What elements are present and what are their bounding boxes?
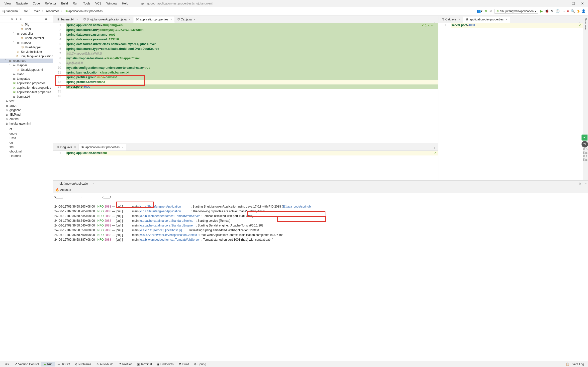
tool-window-button[interactable]: ⏱Profiler — [116, 362, 134, 367]
tree-node[interactable]: 🖿templates — [0, 76, 53, 81]
actuator-label[interactable]: Actuator — [60, 188, 71, 192]
code-line[interactable]: spring.profiles.group.haha=dev,test — [66, 75, 438, 80]
tool-window-button[interactable]: ⚒Build — [176, 362, 192, 367]
run-tab-app[interactable]: hujufangwenApplication — [55, 181, 92, 186]
tree-node[interactable]: ˅🖿mapper — [0, 63, 53, 68]
menu-code[interactable]: Code — [30, 1, 42, 6]
code-line[interactable] — [66, 94, 438, 99]
code-line[interactable]: spring.datasource.driver-class-name=com.… — [66, 42, 438, 47]
tree-node[interactable]: 🗎IELP.md — [0, 112, 53, 117]
tree-node[interactable]: 🗎om.xml — [0, 117, 53, 121]
tree-node[interactable]: 🗎hujufangwen.iml — [0, 121, 53, 126]
code-line[interactable]: spring.datasource.type=com.alibaba.druid… — [66, 47, 438, 51]
hammer-icon[interactable]: ⚒ — [485, 9, 488, 13]
code-line[interactable]: spring.banner.location=classpath:banner.… — [66, 70, 438, 75]
tree-node[interactable]: ©ShujufangwenApplication — [0, 54, 53, 59]
tree-node[interactable]: ©User — [0, 27, 53, 31]
tree-node[interactable]: gnore — [0, 131, 53, 136]
tree-node[interactable]: 🗎banner.txt — [0, 94, 53, 99]
menu-navigate[interactable]: Navigate — [13, 1, 30, 6]
run-icon[interactable]: ▶ — [540, 9, 543, 13]
close-icon[interactable]: × — [129, 18, 130, 21]
crumb-src[interactable]: src — [24, 9, 28, 13]
back-arrow-icon[interactable]: ↩ — [490, 9, 492, 13]
tree-node[interactable]: gboot.iml — [0, 149, 53, 154]
gear-icon[interactable]: ⚙ — [579, 182, 583, 185]
menu-run[interactable]: Run — [70, 1, 81, 6]
code-line[interactable] — [66, 89, 438, 94]
editor-tab[interactable]: ©Cat.java× — [439, 16, 463, 23]
crumb-main[interactable]: main — [34, 9, 40, 13]
tab-more-icon[interactable]: ⋮ — [576, 19, 583, 23]
code-line[interactable]: spring.profiles.active=haha — [66, 80, 438, 84]
side-tab-database[interactable]: Database — [584, 16, 588, 31]
tree-nav-icon[interactable]: ↔ — [2, 17, 5, 21]
code-line[interactable]: server.port=1001 — [451, 23, 583, 28]
menu-refactor[interactable]: Refactor — [42, 1, 59, 6]
shield-icon[interactable]: ✔ — [582, 135, 588, 141]
tree-node[interactable]: og — [0, 140, 53, 145]
tree-node[interactable]: ˅🖿resources — [0, 59, 53, 63]
tree-node[interactable]: ◇UserMapper.xml — [0, 68, 53, 72]
tool-window-button[interactable]: ❉Spring — [192, 362, 209, 367]
stop-icon[interactable]: ■ — [567, 9, 569, 13]
menu-vcs[interactable]: VCS — [93, 1, 104, 6]
tree-node[interactable]: ⌘application-dev.properties — [0, 85, 53, 90]
close-icon[interactable]: × — [505, 18, 507, 21]
crumb-project[interactable]: ujufangwen — [2, 9, 18, 13]
editor-tab[interactable]: ©ShujufangwenApplication.java× — [81, 16, 133, 23]
tree-node[interactable]: ⌘application-test.properties — [0, 90, 53, 94]
tab-more-icon[interactable]: ⋮ — [431, 147, 438, 150]
tool-window-button[interactable]: ▶Run — [41, 362, 55, 367]
tool-window-button[interactable]: ⊘Problems — [73, 362, 94, 367]
crumb-resources[interactable]: resources — [46, 9, 59, 13]
tree-node[interactable]: ⒾUserMapper — [0, 45, 53, 50]
tree-node[interactable]: ©UserController — [0, 36, 53, 40]
window-restore-icon[interactable]: ☐ — [572, 1, 575, 5]
code-line[interactable]: mybatis.mapper-locations=classpath:/mapp… — [66, 56, 438, 61]
tree-node[interactable]: 🖿static — [0, 72, 53, 76]
menu-help[interactable]: Help — [119, 1, 131, 6]
tree-hide-icon[interactable]: − — [49, 17, 51, 21]
user-icon[interactable]: 👥▾ — [477, 9, 483, 13]
profile-icon[interactable]: 🕘 — [556, 9, 560, 13]
run-console[interactable]: \/____/ ∼∼ \/____/ 24-06-12T09:36:58.263… — [53, 193, 588, 361]
project-tree[interactable]: ↔ − ⥮ ⤓ ≡ ⚙ − ©Pig©User˅🖿controller©User… — [0, 15, 53, 361]
code-line[interactable]: #参数项调整 — [66, 61, 438, 66]
window-close-icon[interactable]: ✕ — [581, 1, 584, 5]
avatar-icon[interactable]: 👤 — [582, 9, 586, 13]
tree-scroll-icon[interactable]: ⤓ — [15, 17, 18, 21]
editor-tab[interactable]: ©Cat.java× — [175, 16, 198, 23]
tree-node[interactable]: ˅🖿controller — [0, 31, 53, 36]
tab-more-icon[interactable]: ⋮ — [431, 19, 438, 23]
editor-tab[interactable]: ⌘application-test.properties× — [79, 144, 126, 150]
inspection-check-icon[interactable]: ✔ — [421, 24, 424, 27]
crumb-file[interactable]: application-test.properties — [68, 9, 102, 13]
hide-icon[interactable]: − — [583, 182, 588, 185]
tree-node[interactable]: 🖿arget — [0, 103, 53, 108]
tool-window-button[interactable]: ◉Endpoints — [154, 362, 176, 367]
tree-expand-icon[interactable]: − — [7, 17, 9, 21]
tree-node[interactable]: P.md — [0, 136, 53, 140]
tree-node[interactable]: et — [0, 127, 53, 131]
perf-score[interactable]: 77 — [582, 141, 588, 147]
code-line[interactable]: spring.datasource.password=123456 — [66, 37, 438, 42]
ide-assist-icon[interactable]: ◑ — [577, 9, 580, 13]
editor-tab[interactable]: ©Dog.java× — [54, 144, 79, 150]
more-actions-icon[interactable]: ⋯ — [562, 9, 565, 13]
prev-highlight-icon[interactable]: ∧ — [428, 24, 430, 27]
tool-window-button[interactable]: ▣Terminal — [134, 362, 154, 367]
menu-tools[interactable]: Tools — [81, 1, 93, 6]
next-highlight-icon[interactable]: ∨ — [431, 24, 433, 27]
tool-window-button[interactable]: ⚠Auto-build — [94, 362, 116, 367]
tree-collapse-icon[interactable]: ≡ — [20, 17, 21, 21]
tool-window-button[interactable]: ies — [1, 362, 11, 367]
code-line[interactable]: spring.datasource.username=root — [66, 32, 438, 37]
search-icon[interactable]: 🔍 — [571, 9, 575, 13]
code-line[interactable]: #指定mapper映射文件位置 — [66, 51, 438, 56]
code-line[interactable]: spring.application.name=shujufangwen — [66, 23, 438, 28]
tree-node[interactable]: ⌘application.properties — [0, 81, 53, 85]
code-line[interactable]: server.port=8000 — [66, 84, 438, 89]
code-line[interactable]: spring.application.name=cui — [66, 151, 438, 155]
window-minimize-icon[interactable]: — — [562, 1, 566, 5]
